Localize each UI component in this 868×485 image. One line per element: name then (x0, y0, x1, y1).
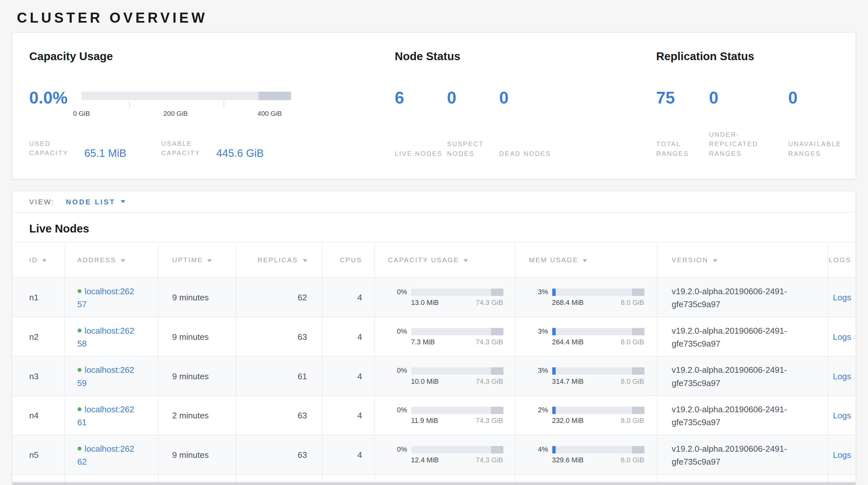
memory-bar (552, 406, 644, 414)
memory-percent: 3% (526, 327, 548, 335)
column-header-label: CPUS (340, 256, 362, 264)
node-replicas-cell: 63 (236, 317, 322, 356)
node-logs-cell: Logs (828, 317, 856, 356)
table-row: n3 localhost:26259 9 minutes 61 4 0% 10.… (12, 356, 856, 396)
logs-link[interactable]: Logs (833, 332, 851, 341)
logs-link[interactable]: Logs (833, 450, 851, 460)
capacity-percent: 0% (384, 327, 407, 335)
node-address-link[interactable]: localhost:26257 (77, 286, 134, 309)
node-cpus-cell: 4 (322, 435, 374, 475)
node-replicas-cell: 63 (236, 435, 322, 475)
node-logs-cell: Logs (828, 278, 856, 317)
memory-bar (552, 367, 644, 374)
sort-arrow-icon (303, 259, 307, 262)
table-row: n4 localhost:26261 2 minutes 63 4 0% 11.… (12, 396, 856, 435)
node-address-cell: localhost:26258 (65, 317, 158, 356)
column-header-id[interactable]: ID (12, 242, 65, 278)
column-header-replicas[interactable]: REPLICAS (236, 242, 322, 278)
column-header-label: MEM USAGE (529, 256, 578, 264)
node-address-link[interactable]: localhost:26259 (77, 365, 134, 387)
live-status-icon (77, 329, 81, 333)
page-title: CLUSTER OVERVIEW (0, 0, 868, 26)
memory-bar-reserved-segment (632, 446, 644, 453)
memory-bar-fill (552, 446, 555, 453)
capacity-bar (411, 406, 503, 414)
capacity-total: 74.3 GiB (476, 299, 503, 307)
cluster-summary-card: Capacity Usage 0.0% 0 GiB 200 GiB 400 Gi… (12, 33, 856, 179)
capacity-percent: 0% (384, 367, 407, 374)
column-header-mem-usage[interactable]: MEM USAGE (515, 242, 656, 278)
sort-arrow-icon (121, 259, 125, 262)
suspect-nodes-count: 0 (447, 89, 499, 107)
node-status-title: Node Status (395, 50, 656, 63)
live-status-icon (77, 368, 81, 372)
memory-bar-reserved-segment (632, 327, 644, 335)
view-bar: VIEW: NODE LIST (12, 192, 856, 213)
capacity-total: 74.3 GiB (476, 456, 503, 464)
replication-status-title: Replication Status (656, 50, 856, 63)
column-header-logs: LOGS (828, 242, 856, 278)
node-cpus-cell: 4 (322, 396, 374, 435)
capacity-bar-reserved-segment (491, 406, 503, 414)
axis-tick-label: 200 GiB (163, 110, 188, 117)
memory-percent: 2% (526, 406, 548, 414)
under-replicated-ranges-label: UNDER-REPLICATED RANGES (709, 130, 788, 159)
memory-percent: 3% (526, 288, 548, 296)
used-capacity-value: 65.1 MiB (84, 148, 126, 159)
node-memory-cell: 4% 329.6 MiB8.0 GiB (515, 435, 656, 475)
node-capacity-cell: 0% 13.0 MiB74.3 GiB (374, 278, 516, 317)
view-mode-dropdown[interactable]: NODE LIST (66, 198, 126, 206)
usable-capacity-label: USABLE CAPACITY (161, 139, 213, 158)
capacity-percent: 0% (384, 406, 407, 414)
table-header-row: ID ADDRESS UPTIME REPLICAS CPUS CAPACITY… (12, 242, 856, 278)
memory-bar-fill (552, 406, 555, 414)
dead-nodes-count: 0 (499, 89, 552, 107)
live-status-icon (77, 447, 81, 450)
column-header-version[interactable]: VERSION (657, 242, 828, 278)
node-address-link[interactable]: localhost:26262 (77, 444, 134, 466)
logs-link[interactable]: Logs (833, 293, 851, 302)
node-version-cell: v19.2.0-alpha.20190606-2491-gfe735c9a97 (657, 435, 828, 475)
capacity-bar-reserved-segment (491, 367, 503, 374)
axis-tick (223, 101, 224, 107)
capacity-bar (411, 446, 503, 453)
capacity-usage-title: Capacity Usage (29, 50, 395, 63)
node-address-link[interactable]: localhost:26261 (77, 404, 134, 427)
node-address-cell: localhost:26261 (65, 396, 158, 435)
axis-tick (129, 101, 130, 107)
node-address-link[interactable]: localhost:26258 (77, 325, 134, 348)
column-header-address[interactable]: ADDRESS (65, 242, 158, 278)
replication-status-section: Replication Status 75 TOTAL RANGES 0 UND… (656, 50, 856, 179)
capacity-bar (411, 367, 503, 374)
node-capacity-cell: 0% 11.9 MiB74.3 GiB (374, 396, 516, 435)
node-version-cell: v19.2.0-alpha.20190606-2491-gfe735c9a97 (657, 396, 828, 435)
sort-arrow-icon (208, 259, 212, 262)
node-version-cell: v19.2.0-alpha.20190606-2491-gfe735c9a97 (657, 278, 828, 317)
column-header-label: LOGS (829, 256, 851, 264)
logs-link[interactable]: Logs (833, 371, 851, 381)
column-header-capacity-usage[interactable]: CAPACITY USAGE (374, 242, 516, 278)
suspect-nodes-label: SUSPECT NODES (447, 139, 499, 159)
capacity-percent: 0% (384, 288, 407, 296)
node-address-cell: localhost:26259 (65, 356, 158, 396)
memory-used: 268.4 MiB (552, 299, 584, 307)
total-ranges-stat: 75 TOTAL RANGES (656, 89, 709, 159)
memory-total: 8.0 GiB (621, 456, 644, 464)
live-nodes-title: Live Nodes (12, 213, 856, 235)
memory-used: 232.0 MiB (552, 417, 584, 425)
memory-percent: 4% (526, 446, 548, 453)
node-id-cell: n3 (12, 356, 65, 396)
node-logs-cell: Logs (828, 435, 856, 475)
node-replicas-cell: 63 (236, 396, 322, 435)
memory-bar (552, 446, 644, 453)
column-header-cpus: CPUS (322, 242, 374, 278)
column-header-label: ID (29, 256, 37, 264)
memory-total: 8.0 GiB (621, 417, 644, 425)
live-nodes-table: ID ADDRESS UPTIME REPLICAS CPUS CAPACITY… (12, 242, 856, 482)
table-row: n2 localhost:26258 9 minutes 63 4 0% 7.3… (12, 317, 856, 356)
column-header-uptime[interactable]: UPTIME (158, 242, 236, 278)
node-logs-cell: Logs (828, 356, 856, 396)
logs-link[interactable]: Logs (833, 411, 851, 420)
total-ranges-label: TOTAL RANGES (656, 139, 709, 159)
sort-arrow-icon (713, 259, 717, 262)
